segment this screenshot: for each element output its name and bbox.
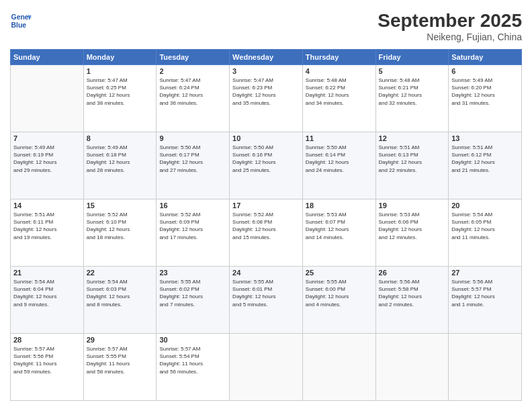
day-details: Sunrise: 5:50 AM Sunset: 6:17 PM Dayligh… — [159, 144, 226, 174]
day-number: 25 — [306, 269, 373, 277]
day-number: 18 — [306, 201, 373, 210]
day-details: Sunrise: 5:51 AM Sunset: 6:12 PM Dayligh… — [451, 144, 519, 174]
col-sunday: Sunday — [11, 50, 84, 65]
day-number: 11 — [306, 134, 373, 142]
day-details: Sunrise: 5:47 AM Sunset: 6:23 PM Dayligh… — [232, 77, 300, 107]
table-row — [449, 334, 522, 401]
day-details: Sunrise: 5:52 AM Sunset: 6:10 PM Dayligh… — [87, 211, 154, 241]
calendar-week-row: 1Sunrise: 5:47 AM Sunset: 6:25 PM Daylig… — [11, 65, 522, 132]
day-details: Sunrise: 5:56 AM Sunset: 5:58 PM Dayligh… — [379, 278, 446, 308]
table-row: 8Sunrise: 5:49 AM Sunset: 6:18 PM Daylig… — [83, 132, 157, 199]
header: General Blue September 2025 Neikeng, Fuj… — [10, 10, 522, 42]
col-saturday: Saturday — [449, 50, 522, 65]
table-row: 17Sunrise: 5:52 AM Sunset: 6:08 PM Dayli… — [230, 199, 303, 267]
table-row — [375, 334, 449, 401]
day-number: 9 — [159, 134, 226, 142]
day-number: 20 — [451, 201, 519, 210]
day-number: 14 — [13, 201, 81, 210]
col-tuesday: Tuesday — [157, 50, 230, 65]
table-row: 12Sunrise: 5:51 AM Sunset: 6:13 PM Dayli… — [375, 132, 449, 199]
day-details: Sunrise: 5:48 AM Sunset: 6:21 PM Dayligh… — [379, 77, 446, 107]
calendar-week-row: 21Sunrise: 5:54 AM Sunset: 6:04 PM Dayli… — [11, 267, 522, 334]
day-details: Sunrise: 5:53 AM Sunset: 6:06 PM Dayligh… — [379, 211, 446, 241]
day-number: 13 — [451, 134, 519, 142]
table-row: 26Sunrise: 5:56 AM Sunset: 5:58 PM Dayli… — [375, 267, 449, 334]
logo: General Blue — [10, 10, 32, 32]
table-row: 19Sunrise: 5:53 AM Sunset: 6:06 PM Dayli… — [375, 199, 449, 267]
day-number: 10 — [232, 134, 300, 142]
table-row: 22Sunrise: 5:54 AM Sunset: 6:03 PM Dayli… — [83, 267, 157, 334]
day-number: 3 — [232, 67, 300, 75]
table-row: 28Sunrise: 5:57 AM Sunset: 5:56 PM Dayli… — [11, 334, 84, 401]
day-details: Sunrise: 5:47 AM Sunset: 6:25 PM Dayligh… — [87, 77, 154, 107]
table-row: 13Sunrise: 5:51 AM Sunset: 6:12 PM Dayli… — [449, 132, 522, 199]
day-details: Sunrise: 5:56 AM Sunset: 5:57 PM Dayligh… — [451, 278, 519, 308]
day-number: 21 — [13, 269, 81, 277]
day-details: Sunrise: 5:53 AM Sunset: 6:07 PM Dayligh… — [306, 211, 373, 241]
day-number: 15 — [87, 201, 154, 210]
day-details: Sunrise: 5:47 AM Sunset: 6:24 PM Dayligh… — [159, 77, 226, 107]
page-subtitle: Neikeng, Fujian, China — [378, 32, 522, 42]
day-number: 2 — [159, 67, 226, 75]
day-number: 22 — [87, 269, 154, 277]
logo-icon: General Blue — [10, 10, 32, 32]
table-row: 16Sunrise: 5:52 AM Sunset: 6:09 PM Dayli… — [157, 199, 230, 267]
day-details: Sunrise: 5:51 AM Sunset: 6:13 PM Dayligh… — [379, 144, 446, 174]
day-number: 7 — [13, 134, 81, 142]
day-details: Sunrise: 5:49 AM Sunset: 6:20 PM Dayligh… — [451, 77, 519, 107]
table-row: 29Sunrise: 5:57 AM Sunset: 5:55 PM Dayli… — [83, 334, 157, 401]
day-details: Sunrise: 5:55 AM Sunset: 6:00 PM Dayligh… — [306, 278, 373, 308]
table-row — [230, 334, 303, 401]
day-details: Sunrise: 5:49 AM Sunset: 6:18 PM Dayligh… — [87, 144, 154, 174]
page: General Blue September 2025 Neikeng, Fuj… — [0, 0, 532, 411]
calendar-table: Sunday Monday Tuesday Wednesday Thursday… — [10, 49, 522, 401]
table-row: 23Sunrise: 5:55 AM Sunset: 6:02 PM Dayli… — [157, 267, 230, 334]
day-details: Sunrise: 5:49 AM Sunset: 6:19 PM Dayligh… — [13, 144, 81, 174]
calendar-week-row: 28Sunrise: 5:57 AM Sunset: 5:56 PM Dayli… — [11, 334, 522, 401]
day-number: 12 — [379, 134, 446, 142]
day-details: Sunrise: 5:57 AM Sunset: 5:54 PM Dayligh… — [159, 345, 226, 375]
table-row: 15Sunrise: 5:52 AM Sunset: 6:10 PM Dayli… — [83, 199, 157, 267]
col-thursday: Thursday — [302, 50, 375, 65]
day-details: Sunrise: 5:54 AM Sunset: 6:03 PM Dayligh… — [87, 278, 154, 308]
day-details: Sunrise: 5:55 AM Sunset: 6:02 PM Dayligh… — [159, 278, 226, 308]
table-row: 6Sunrise: 5:49 AM Sunset: 6:20 PM Daylig… — [449, 65, 522, 132]
table-row — [302, 334, 375, 401]
day-number: 4 — [306, 67, 373, 75]
day-number: 23 — [159, 269, 226, 277]
day-number: 17 — [232, 201, 300, 210]
calendar-week-row: 7Sunrise: 5:49 AM Sunset: 6:19 PM Daylig… — [11, 132, 522, 199]
day-details: Sunrise: 5:54 AM Sunset: 6:04 PM Dayligh… — [13, 278, 81, 308]
table-row: 14Sunrise: 5:51 AM Sunset: 6:11 PM Dayli… — [11, 199, 84, 267]
table-row: 5Sunrise: 5:48 AM Sunset: 6:21 PM Daylig… — [375, 65, 449, 132]
calendar-header-row: Sunday Monday Tuesday Wednesday Thursday… — [11, 50, 522, 65]
day-number: 26 — [379, 269, 446, 277]
day-number: 19 — [379, 201, 446, 210]
day-number: 5 — [379, 67, 446, 75]
day-number: 27 — [451, 269, 519, 277]
day-details: Sunrise: 5:50 AM Sunset: 6:16 PM Dayligh… — [232, 144, 300, 174]
day-details: Sunrise: 5:57 AM Sunset: 5:56 PM Dayligh… — [13, 345, 81, 375]
table-row — [11, 65, 84, 132]
table-row: 27Sunrise: 5:56 AM Sunset: 5:57 PM Dayli… — [449, 267, 522, 334]
day-number: 6 — [451, 67, 519, 75]
day-details: Sunrise: 5:55 AM Sunset: 6:01 PM Dayligh… — [232, 278, 300, 308]
day-number: 16 — [159, 201, 226, 210]
table-row: 4Sunrise: 5:48 AM Sunset: 6:22 PM Daylig… — [302, 65, 375, 132]
page-title: September 2025 — [378, 10, 522, 32]
calendar-week-row: 14Sunrise: 5:51 AM Sunset: 6:11 PM Dayli… — [11, 199, 522, 267]
day-details: Sunrise: 5:48 AM Sunset: 6:22 PM Dayligh… — [306, 77, 373, 107]
col-monday: Monday — [83, 50, 157, 65]
table-row: 9Sunrise: 5:50 AM Sunset: 6:17 PM Daylig… — [157, 132, 230, 199]
day-details: Sunrise: 5:57 AM Sunset: 5:55 PM Dayligh… — [87, 345, 154, 375]
table-row: 18Sunrise: 5:53 AM Sunset: 6:07 PM Dayli… — [302, 199, 375, 267]
day-details: Sunrise: 5:54 AM Sunset: 6:05 PM Dayligh… — [451, 211, 519, 241]
day-details: Sunrise: 5:52 AM Sunset: 6:08 PM Dayligh… — [232, 211, 300, 241]
title-block: September 2025 Neikeng, Fujian, China — [378, 10, 522, 42]
table-row: 20Sunrise: 5:54 AM Sunset: 6:05 PM Dayli… — [449, 199, 522, 267]
col-friday: Friday — [375, 50, 449, 65]
day-number: 30 — [159, 336, 226, 344]
table-row: 11Sunrise: 5:50 AM Sunset: 6:14 PM Dayli… — [302, 132, 375, 199]
day-number: 1 — [87, 67, 154, 75]
day-number: 28 — [13, 336, 81, 344]
